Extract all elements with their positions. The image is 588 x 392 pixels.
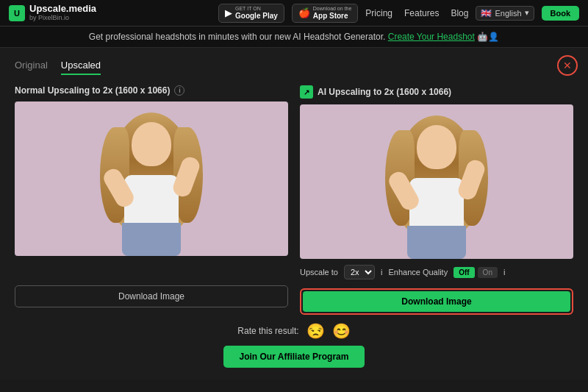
normal-download-button[interactable]: Download Image — [15, 285, 288, 307]
face-ai — [417, 125, 456, 169]
ai-image — [300, 104, 573, 259]
normal-info-icon[interactable]: i — [174, 85, 184, 96]
flag-icon: 🇬🇧 — [481, 8, 492, 18]
upscale-select[interactable]: 2x — [344, 265, 375, 279]
main-content: ✕ Original Upscaled Normal Upscaling to … — [0, 48, 588, 379]
rate-label: Rate this result: — [237, 326, 298, 336]
promo-text: Get professional headshots in minutes wi… — [89, 32, 386, 42]
tab-original[interactable]: Original — [15, 60, 48, 75]
logo-icon: U — [9, 5, 25, 21]
nav-pricing[interactable]: Pricing — [365, 8, 392, 18]
close-icon: ✕ — [563, 60, 572, 71]
chevron-down-icon: ▾ — [525, 8, 529, 18]
logo-text: Upscale.media by PixelBin.io — [29, 4, 96, 21]
logo-area: U Upscale.media by PixelBin.io — [9, 4, 96, 21]
bottom-bar: Rate this result: 😒 😊 Join Our Affiliate… — [15, 315, 573, 368]
comparison-panels: Normal Upscaling to 2x (1600 x 1066) i D… — [15, 85, 573, 315]
nav-blog[interactable]: Blog — [451, 8, 468, 18]
nav-features[interactable]: Features — [404, 8, 439, 18]
face-normal — [132, 122, 171, 166]
ai-download-button[interactable]: Download Image — [303, 291, 570, 312]
ai-upscale-icon: ↗ — [300, 85, 313, 99]
book-button[interactable]: Book — [542, 6, 580, 21]
ai-download-wrapper: Download Image — [300, 288, 573, 315]
pants-ai — [407, 226, 466, 259]
navbar: U Upscale.media by PixelBin.io ▶ GET IT … — [0, 0, 588, 26]
ai-panel: ↗ AI Upscaling to 2x (1600 x 1066) Upsca… — [300, 85, 573, 315]
ai-panel-title: ↗ AI Upscaling to 2x (1600 x 1066) — [300, 85, 573, 99]
normal-panel-title: Normal Upscaling to 2x (1600 x 1066) i — [15, 85, 288, 96]
affiliate-button[interactable]: Join Our Affiliate Program — [223, 346, 365, 368]
enhance-label: Enhance Quality — [388, 268, 448, 277]
enhance-info-icon[interactable]: i — [503, 268, 505, 277]
rate-row: Rate this result: 😒 😊 — [237, 322, 350, 340]
upscale-info-icon[interactable]: i — [381, 268, 382, 277]
normal-panel: Normal Upscaling to 2x (1600 x 1066) i D… — [15, 85, 288, 315]
promo-banner: Get professional headshots in minutes wi… — [0, 26, 588, 48]
enhance-toggle: Off On — [453, 267, 498, 278]
woman-figure-ai — [389, 112, 484, 259]
google-play-badge[interactable]: ▶ GET IT ON Google Play — [218, 4, 284, 23]
close-button[interactable]: ✕ — [557, 55, 578, 76]
apple-icon: 🍎 — [298, 7, 310, 18]
language-selector[interactable]: 🇬🇧 English ▾ — [476, 6, 534, 21]
normal-image — [15, 101, 288, 256]
promo-cta[interactable]: Create Your Headshot — [388, 32, 475, 42]
emoji-good[interactable]: 😊 — [332, 322, 351, 340]
toggle-off-button[interactable]: Off — [453, 267, 474, 278]
woman-figure-normal — [104, 109, 199, 256]
emoji-bad[interactable]: 😒 — [306, 322, 325, 340]
promo-emoji: 🤖👤 — [477, 32, 499, 42]
tab-upscaled[interactable]: Upscaled — [61, 60, 101, 75]
upscale-label: Upscale to — [300, 268, 338, 277]
app-store-text: Download on the App Store — [313, 6, 352, 20]
nav-links: Pricing Features Blog — [365, 8, 468, 18]
logo-sub-text: by PixelBin.io — [29, 15, 96, 22]
app-store-badge[interactable]: 🍎 Download on the App Store — [292, 4, 359, 23]
ai-controls: Upscale to 2x i Enhance Quality Off On i — [300, 265, 573, 279]
pants-normal — [122, 223, 181, 256]
google-play-text: GET IT ON Google Play — [235, 6, 278, 20]
google-play-icon: ▶ — [225, 7, 232, 18]
logo-main-text: Upscale.media — [29, 4, 96, 14]
toggle-on-button[interactable]: On — [478, 267, 498, 278]
tabs: Original Upscaled — [15, 60, 573, 75]
language-label: English — [495, 9, 521, 18]
